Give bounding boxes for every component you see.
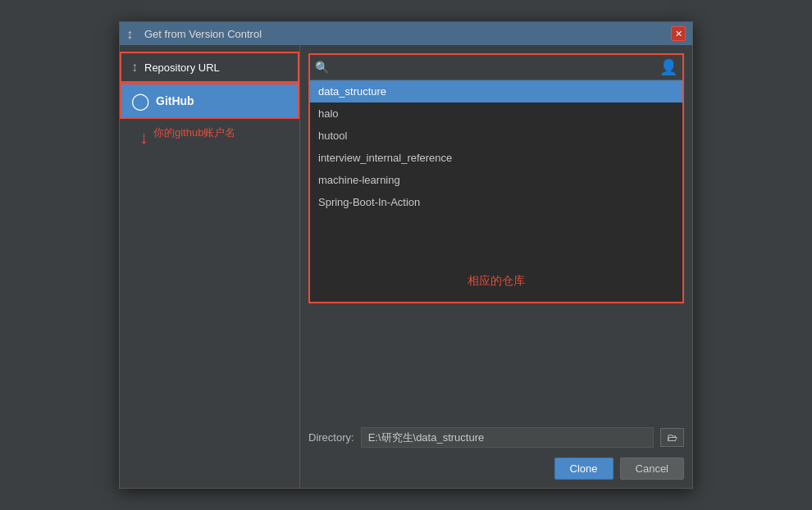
bottom-area: Directory: 🗁 Clone Cancel	[308, 421, 684, 480]
sidebar-item-github-label: GitHub	[156, 94, 194, 107]
related-label: 相应的仓库	[310, 261, 682, 302]
sidebar-item-github[interactable]: ◯ GitHub	[120, 83, 299, 119]
repo-item-5[interactable]: Spring-Boot-In-Action	[310, 191, 682, 213]
cancel-button[interactable]: Cancel	[620, 458, 684, 480]
repo-item-2[interactable]: hutool	[310, 125, 682, 147]
sidebar-item-repo-url[interactable]: ↕ Repository URL	[120, 52, 299, 83]
repo-item-1[interactable]: halo	[310, 102, 682, 125]
browse-button[interactable]: 🗁	[660, 428, 684, 447]
github-icon: ◯	[131, 91, 149, 111]
clone-button[interactable]: Clone	[554, 458, 614, 480]
title-bar: ↕ Get from Version Control ✕	[120, 22, 692, 45]
title-bar-left: ↕ Get from Version Control	[126, 27, 262, 40]
repo-panel: 🔍 👤 data_structure halo hutool interview…	[308, 53, 684, 303]
dialog-body: ↕ Repository URL ◯ GitHub ↓ 你的github账户名 …	[120, 45, 692, 488]
sidebar-item-repo-url-label: Repository URL	[144, 61, 220, 74]
repo-url-icon: ↕	[131, 60, 138, 75]
directory-label: Directory:	[308, 431, 354, 444]
repo-item-3[interactable]: interview_internal_reference	[310, 147, 682, 169]
repo-list: data_structure halo hutool interview_int…	[310, 80, 682, 261]
annotation-text: 你的github账户名	[153, 125, 235, 140]
search-row: 🔍 👤	[310, 55, 682, 80]
user-icon[interactable]: 👤	[659, 58, 677, 76]
vcs-title-icon: ↕	[126, 27, 139, 40]
sidebar: ↕ Repository URL ◯ GitHub ↓ 你的github账户名	[120, 45, 300, 488]
arrow-down-icon: ↓	[139, 127, 148, 148]
directory-row: Directory: 🗁	[308, 427, 684, 448]
dialog: ↕ Get from Version Control ✕ ↕ Repositor…	[119, 21, 693, 489]
dialog-title: Get from Version Control	[144, 28, 262, 40]
directory-input[interactable]	[361, 427, 654, 448]
repo-item-0[interactable]: data_structure	[310, 80, 682, 102]
repo-item-4[interactable]: machine-learning	[310, 169, 682, 191]
search-icon: 🔍	[315, 61, 329, 74]
close-button[interactable]: ✕	[671, 26, 686, 41]
main-area: 🔍 👤 data_structure halo hutool interview…	[300, 45, 692, 488]
annotation-area: ↓ 你的github账户名	[120, 119, 299, 152]
action-row: Clone Cancel	[308, 458, 684, 480]
search-input[interactable]	[334, 61, 655, 74]
